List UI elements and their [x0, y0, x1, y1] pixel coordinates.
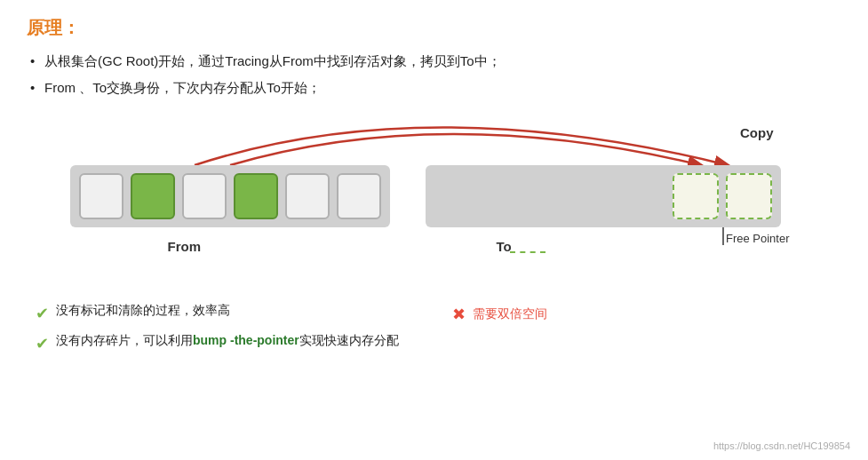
cons-item-1: ✖ 需要双倍空间 [452, 305, 842, 324]
bottom-section: ✔ 没有标记和清除的过程，效率高 ✔ 没有内存碎片，可以利用bump -the-… [27, 301, 841, 361]
cons-text-1: 需要双倍空间 [473, 306, 547, 322]
check-icon-1: ✔ [36, 302, 49, 326]
cell-3 [182, 173, 227, 219]
pros-section: ✔ 没有标记和清除的过程，效率高 ✔ 没有内存碎片，可以利用bump -the-… [36, 301, 426, 361]
pros-text-2: 没有内存碎片，可以利用bump -the-pointer实现快速内存分配 [56, 331, 399, 350]
copy-label: Copy [740, 125, 774, 140]
bullet-item-1: 从根集合(GC Root)开始，通过Tracing从From中找到存活对象，拷贝… [27, 51, 841, 72]
bullet-list: 从根集合(GC Root)开始，通过Tracing从From中找到存活对象，拷贝… [27, 51, 841, 99]
pros-item-1: ✔ 没有标记和清除的过程，效率高 [36, 301, 426, 326]
pros-item-2: ✔ 没有内存碎片，可以利用bump -the-pointer实现快速内存分配 [36, 331, 426, 356]
check-icon-2: ✔ [36, 332, 49, 356]
page-title: 原理： [27, 16, 841, 40]
cell-4-green [234, 173, 278, 219]
diagram-area: Copy From To Free Pointer [52, 116, 816, 294]
from-section [70, 165, 390, 227]
free-pointer-label: Free Pointer [726, 232, 790, 245]
cell-5 [285, 173, 330, 219]
cross-icon-1: ✖ [452, 305, 466, 324]
pros-text-1: 没有标记和清除的过程，效率高 [56, 301, 230, 320]
main-container: 原理： 从根集合(GC Root)开始，通过Tracing从From中找到存活对… [0, 0, 868, 460]
cell-1 [79, 173, 123, 219]
to-section [426, 165, 781, 227]
from-label: From [168, 239, 202, 254]
watermark: https://blog.csdn.net/HC199854 [713, 440, 850, 451]
cell-6 [337, 173, 381, 219]
cell-dashed-2 [726, 173, 772, 219]
cons-section: ✖ 需要双倍空间 [452, 301, 842, 361]
bump-text: bump -the-pointer [193, 333, 299, 347]
to-dashed-arrow [510, 251, 545, 253]
cell-2-green [131, 173, 175, 219]
cell-dashed-1 [673, 173, 719, 219]
bullet-item-2: From 、To交换身份，下次内存分配从To开始； [27, 77, 841, 99]
